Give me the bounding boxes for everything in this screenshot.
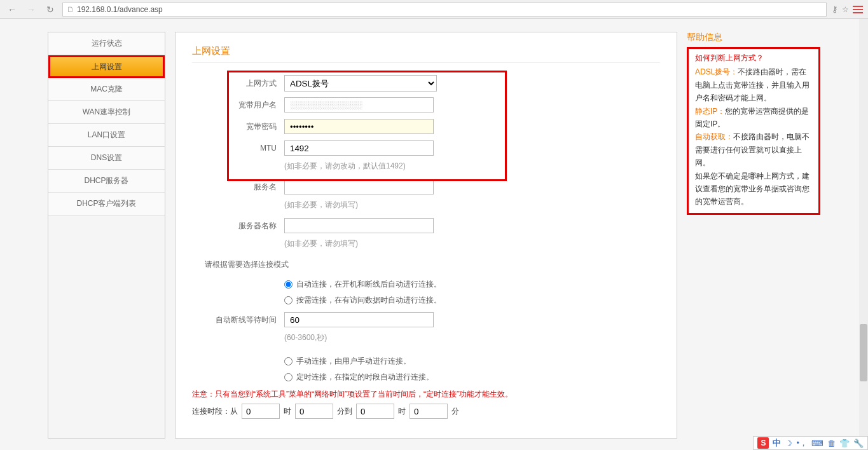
idle-input[interactable] — [284, 312, 434, 327]
ime-trash-icon[interactable]: 🗑 — [827, 439, 836, 439]
page-icon: 🗋 — [67, 5, 74, 14]
bookmark-icon[interactable]: ☆ — [842, 5, 849, 14]
sidebar-item-dns[interactable]: DNS设置 — [48, 147, 165, 170]
menu-icon[interactable] — [853, 6, 863, 13]
sidebar-item-label: 上网设置 — [92, 62, 122, 72]
password-input[interactable] — [284, 119, 434, 134]
help-title: 帮助信息 — [687, 32, 722, 42]
radio-auto[interactable] — [284, 280, 293, 289]
ime-person-icon[interactable]: 👕 — [839, 439, 850, 439]
mode-select[interactable]: ADSL拨号 — [284, 75, 437, 92]
username-input[interactable] — [284, 97, 434, 112]
sidebar-item-label: MAC克隆 — [90, 84, 123, 95]
service-input[interactable] — [284, 179, 434, 194]
ime-logo-icon: S — [757, 437, 769, 439]
sidebar-item-label: WAN速率控制 — [83, 107, 131, 118]
label-idle: 自动断线等待时间 — [192, 315, 284, 325]
radio-scheduled-label: 定时连接，在指定的时段自动进行连接。 — [296, 372, 434, 383]
ime-bar[interactable]: S 中 ☽ •， ⌨ 🗑 👕 🔧 — [753, 436, 868, 439]
service-hint: (如非必要，请勿填写) — [284, 200, 660, 210]
time-prefix: 连接时段：从 — [192, 406, 238, 417]
ime-keyboard-icon[interactable]: ⌨ — [811, 439, 823, 439]
label-mtu: MTU — [192, 144, 284, 153]
sidebar-item-label: DNS设置 — [91, 153, 122, 163]
sidebar-item-label: DHCP客户端列表 — [76, 198, 136, 209]
server-input[interactable] — [284, 218, 434, 233]
sidebar-item-status[interactable]: 运行状态 — [48, 32, 165, 55]
schedule-warning: 注意：只有当您到“系统工具”菜单的“网络时间”项设置了当前时间后，“定时连接”功… — [192, 389, 660, 400]
scroll-thumb[interactable] — [860, 324, 867, 381]
address-bar[interactable]: 🗋 192.168.0.1/advance.asp — [62, 3, 827, 17]
forward-button[interactable]: → — [24, 3, 38, 17]
mtu-input[interactable] — [284, 140, 434, 156]
time-from-h[interactable] — [242, 404, 280, 419]
sidebar-item-wan-rate[interactable]: WAN速率控制 — [48, 101, 165, 124]
scrollbar[interactable] — [859, 19, 868, 436]
help-adsl: ADSL拨号：不接路由器时，需在电脑上点击宽带连接，并且输入用户名和密码才能上网… — [695, 65, 812, 104]
radio-ondemand[interactable] — [284, 296, 293, 304]
sidebar: 运行状态 上网设置 MAC克隆 WAN速率控制 LAN口设置 DNS设置 DHC… — [48, 32, 165, 439]
key-icon[interactable]: ⚷ — [832, 4, 838, 14]
label-server: 服务器名称 — [192, 221, 284, 231]
sidebar-item-mac-clone[interactable]: MAC克隆 — [48, 78, 165, 101]
time-to-h[interactable] — [356, 404, 394, 419]
time-row: 连接时段：从 时 分到 时 分 — [192, 404, 660, 419]
radio-ondemand-label: 按需连接，在有访问数据时自动进行连接。 — [296, 295, 441, 306]
mtu-hint: (如非必要，请勿改动，默认值1492) — [284, 161, 660, 172]
browser-toolbar: ← → ↻ 🗋 192.168.0.1/advance.asp ⚷ ☆ — [0, 0, 868, 19]
sidebar-item-lan[interactable]: LAN口设置 — [48, 124, 165, 147]
radio-scheduled[interactable] — [284, 373, 293, 381]
radio-auto-label: 自动连接，在开机和断线后自动进行连接。 — [296, 279, 441, 290]
help-auto: 自动获取：不接路由器时，电脑不需要进行任何设置就可以直接上网。 — [695, 130, 812, 169]
ime-lang[interactable]: 中 — [773, 437, 781, 439]
time-m2: 分 — [451, 406, 459, 417]
page-title: 上网设置 — [192, 45, 660, 63]
help-panel: 如何判断上网方式？ ADSL拨号：不接路由器时，需在电脑上点击宽带连接，并且输入… — [687, 47, 820, 215]
idle-hint: (60-3600,秒) — [284, 332, 660, 343]
label-mode: 上网方式 — [192, 78, 284, 89]
ime-comma-icon[interactable]: •， — [796, 437, 808, 439]
help-static: 静态IP：您的宽带运营商提供的是固定IP。 — [695, 105, 812, 131]
radio-manual-label: 手动连接，由用户手动进行连接。 — [296, 356, 411, 367]
back-button[interactable]: ← — [5, 3, 19, 17]
url-text: 192.168.0.1/advance.asp — [77, 5, 163, 14]
sidebar-item-dhcp-clients[interactable]: DHCP客户端列表 — [48, 193, 165, 215]
label-connmode: 请根据需要选择连接模式 — [205, 259, 289, 270]
time-from-m[interactable] — [295, 404, 333, 419]
help-unsure: 如果您不确定是哪种上网方式，建议查看您的宽带业务单据或咨询您的宽带运营商。 — [695, 170, 812, 208]
sidebar-item-internet[interactable]: 上网设置 — [48, 55, 165, 78]
ime-wrench-icon[interactable]: 🔧 — [853, 439, 864, 439]
sidebar-item-label: DHCP服务器 — [84, 175, 128, 186]
help-question: 如何判断上网方式？ — [695, 51, 812, 64]
server-hint: (如非必要，请勿填写) — [284, 238, 660, 249]
time-m1: 分到 — [337, 406, 352, 417]
time-h1: 时 — [284, 406, 291, 417]
time-h2: 时 — [398, 406, 406, 417]
sidebar-item-label: 运行状态 — [92, 38, 122, 49]
reload-button[interactable]: ↻ — [43, 3, 57, 17]
sidebar-item-label: LAN口设置 — [88, 130, 125, 140]
label-pass: 宽带密码 — [192, 121, 284, 132]
label-user: 宽带用户名 — [192, 100, 284, 111]
label-service: 服务名 — [192, 182, 284, 193]
radio-manual[interactable] — [284, 357, 293, 365]
sidebar-item-dhcp-server[interactable]: DHCP服务器 — [48, 170, 165, 193]
time-to-m[interactable] — [410, 404, 448, 419]
content-panel: 上网设置 上网方式 ADSL拨号 宽带用户名 宽带密码 MTU — [175, 32, 677, 439]
ime-moon-icon[interactable]: ☽ — [785, 439, 792, 439]
